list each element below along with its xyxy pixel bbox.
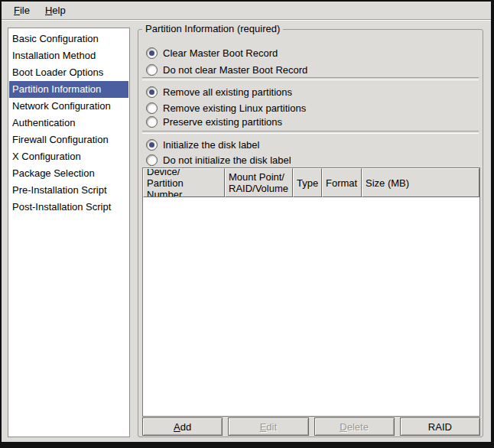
radio-label: Remove all existing partitions [163,86,292,98]
sidebar-item-partition-information[interactable]: Partition Information [9,81,128,98]
radio-option-remove-all-existing-partitions[interactable]: Remove all existing partitions [146,85,292,99]
radio-option-preserve-existing-partitions[interactable]: Preserve existing partitions [146,115,282,128]
radio-button-icon[interactable] [146,64,158,76]
column-header-device[interactable]: Device/ Partition Number [143,168,225,197]
column-header-format[interactable]: Format [322,168,362,197]
radio-button-icon[interactable] [146,139,158,151]
kickstart-configurator-window: File Help Basic ConfigurationInstallatio… [0,0,494,448]
sidebar-item-installation-method[interactable]: Installation Method [9,47,128,64]
radio-button-icon[interactable] [146,154,158,166]
radio-label: Clear Master Boot Record [163,47,278,59]
radio-option-initialize-the-disk-label[interactable]: Initialize the disk label [146,138,259,151]
radio-option-remove-existing-linux-partitions[interactable]: Remove existing Linux partitions [146,101,306,115]
radio-option-clear-master-boot-record[interactable]: Clear Master Boot Record [146,46,278,60]
partition-table-header: Device/ Partition NumberMount Point/ RAI… [143,168,479,197]
sidebar-item-pre-installation-script[interactable]: Pre-Installation Script [9,182,128,199]
radio-option-do-not-initialize-the-disk-label[interactable]: Do not initialize the disk label [146,153,291,167]
edit-button: Edit [228,417,308,436]
sidebar-item-basic-configuration[interactable]: Basic Configuration [9,31,128,47]
radio-button-icon[interactable] [146,102,158,114]
radio-option-do-not-clear-master-boot-record[interactable]: Do not clear Master Boot Record [146,63,307,76]
partition-table-body[interactable] [143,197,479,416]
column-header-type[interactable]: Type [293,168,322,197]
sidebar-item-post-installation-script[interactable]: Post-Installation Script [9,199,128,216]
column-header-mount-point[interactable]: Mount Point/ RAID/Volume [225,168,293,197]
radio-label: Do not clear Master Boot Record [163,64,307,76]
sidebar-item-network-configuration[interactable]: Network Configuration [9,98,128,115]
sidebar-item-firewall-configuration[interactable]: Firewall Configuration [9,131,128,148]
radio-button-icon[interactable] [146,116,158,128]
frame-title: Partition Information (required) [142,23,283,34]
radio-label: Initialize the disk label [163,139,259,151]
radio-label: Preserve existing partitions [163,116,282,128]
separator [142,77,479,80]
add-button[interactable]: Add [142,417,223,436]
radio-label: Remove existing Linux partitions [163,102,306,114]
sidebar-item-boot-loader-options[interactable]: Boot Loader Options [9,64,128,81]
menu-bar: File Help [2,2,491,20]
menu-help[interactable]: Help [37,2,73,18]
partition-table: Device/ Partition NumberMount Point/ RAI… [142,167,480,417]
partition-information-frame: Partition Information (required) Device/… [138,29,483,437]
radio-button-icon[interactable] [146,47,158,59]
column-header-size-mb[interactable]: Size (MB) [362,168,479,197]
radio-button-icon[interactable] [146,86,158,98]
separator [142,131,479,134]
category-list: Basic ConfigurationInstallation MethodBo… [8,28,130,437]
table-button-row: AddEditDeleteRAID [142,417,480,436]
sidebar-item-package-selection[interactable]: Package Selection [9,165,128,182]
sidebar-item-x-configuration[interactable]: X Configuration [9,148,128,165]
delete-button: Delete [314,417,395,436]
raid-button[interactable]: RAID [400,417,480,436]
sidebar-item-authentication[interactable]: Authentication [9,115,128,131]
radio-label: Do not initialize the disk label [163,154,291,166]
menu-file[interactable]: File [6,2,37,18]
